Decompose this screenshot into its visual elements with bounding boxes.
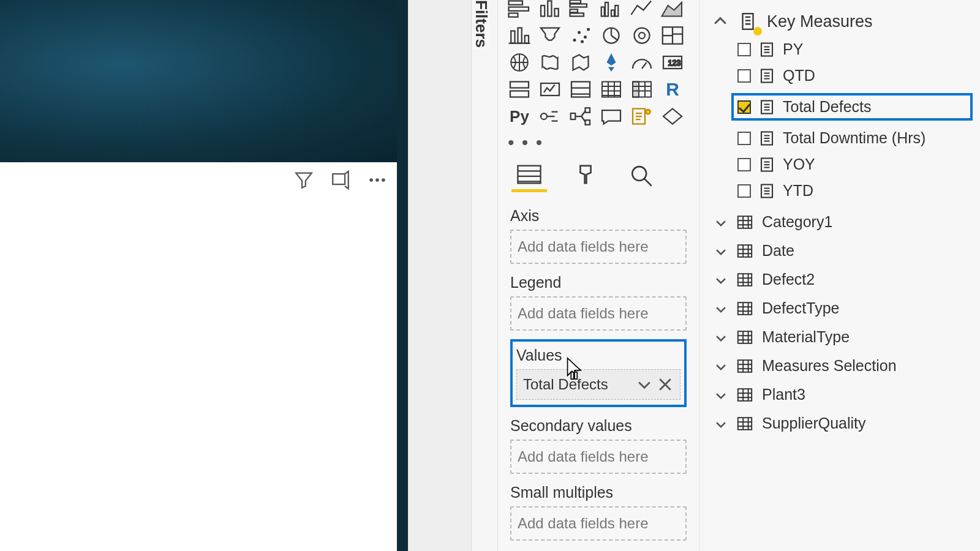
secondary-values-well-label: Secondary values [510, 417, 687, 435]
chevron-down-icon[interactable] [714, 244, 728, 258]
checkbox[interactable] [737, 132, 751, 145]
focus-mode-icon[interactable] [329, 168, 352, 192]
table-row[interactable]: Date [714, 242, 973, 260]
chevron-down-icon[interactable] [714, 388, 728, 402]
visual-placeholder[interactable] [0, 162, 397, 551]
viz-shape-map-icon[interactable] [565, 49, 596, 76]
viz-filled-map-icon[interactable] [535, 49, 565, 76]
fields-tab[interactable] [511, 159, 547, 192]
table-icon [736, 358, 753, 375]
chevron-down-icon[interactable] [714, 302, 728, 315]
table-row[interactable]: MaterialType [714, 328, 973, 346]
viz-column-icon[interactable] [504, 22, 535, 49]
chevron-down-icon[interactable] [636, 376, 653, 393]
chevron-down-icon[interactable] [714, 331, 728, 344]
measure-row-highlight[interactable]: Total Defects [731, 93, 973, 121]
measure-name: Total Downtime (Hrs) [783, 129, 925, 147]
chevron-up-icon[interactable] [712, 13, 729, 30]
svg-rect-42 [586, 108, 590, 113]
svg-point-45 [646, 110, 650, 114]
viz-table-icon[interactable] [596, 76, 627, 103]
viz-slicer-icon[interactable] [565, 76, 596, 103]
measure-row[interactable]: YTD [737, 182, 973, 200]
checkbox[interactable] [737, 43, 751, 56]
table-icon [736, 271, 753, 288]
checkbox-checked[interactable] [737, 100, 751, 114]
measure-row[interactable]: Total Downtime (Hrs) [737, 129, 973, 147]
axis-well-drop[interactable]: Add data fields here [510, 230, 687, 264]
viz-matrix-icon[interactable] [627, 76, 657, 103]
chevron-down-icon[interactable] [714, 273, 728, 287]
checkbox[interactable] [737, 184, 751, 198]
chevron-down-icon[interactable] [714, 216, 728, 229]
viz-stacked-column-icon[interactable] [535, 0, 565, 22]
measure-row[interactable]: PY [737, 40, 973, 58]
viz-python-icon[interactable]: Py [504, 103, 535, 130]
table-row[interactable]: Measures Selection [714, 357, 973, 375]
viz-qna-icon[interactable] [596, 103, 627, 130]
viz-get-more-icon[interactable] [657, 103, 688, 130]
svg-point-24 [587, 28, 590, 31]
viz-clustered-column-icon[interactable] [596, 0, 627, 22]
viz-r-icon[interactable]: R [657, 76, 688, 103]
svg-rect-37 [602, 82, 620, 97]
measure-row[interactable]: QTD [737, 67, 973, 84]
chevron-down-icon[interactable] [714, 417, 728, 430]
viz-pie-icon[interactable] [596, 22, 627, 49]
viz-gauge-icon[interactable] [627, 49, 657, 76]
viz-map-icon[interactable] [504, 49, 535, 76]
legend-well-drop[interactable]: Add data fields here [510, 296, 687, 331]
table-name: Category1 [762, 213, 832, 231]
table-row[interactable]: Defect2 [714, 271, 973, 288]
svg-rect-16 [611, 10, 614, 17]
viz-area-icon[interactable] [657, 0, 688, 22]
measure-icon [760, 157, 774, 172]
table-icon [736, 242, 753, 260]
viz-stacked-bar-icon[interactable] [504, 0, 535, 22]
viz-donut-icon[interactable] [627, 22, 657, 49]
viz-decomposition-tree-icon[interactable] [565, 103, 596, 130]
svg-rect-55 [738, 216, 752, 228]
svg-rect-17 [615, 6, 618, 17]
checkbox[interactable] [737, 69, 751, 83]
more-visuals-icon[interactable]: • • • [504, 130, 693, 156]
measure-name: PY [783, 40, 803, 58]
report-canvas[interactable] [0, 0, 472, 551]
svg-rect-10 [570, 0, 581, 3]
viz-kpi-icon[interactable] [535, 76, 565, 103]
viz-azure-map-icon[interactable] [596, 49, 627, 76]
table-row[interactable]: DefectType [714, 299, 973, 317]
viz-clustered-bar-icon[interactable] [565, 0, 596, 22]
checkbox[interactable] [737, 158, 751, 171]
close-icon[interactable] [657, 376, 674, 393]
svg-rect-12 [570, 9, 578, 12]
viz-card-icon[interactable]: 123 [657, 49, 688, 76]
table-icon [736, 329, 753, 346]
small-multiples-well-drop[interactable]: Add data fields here [510, 506, 687, 541]
table-row[interactable]: Plant3 [714, 386, 973, 403]
svg-rect-41 [571, 113, 576, 119]
viz-multirow-card-icon[interactable] [504, 76, 535, 103]
table-row[interactable]: Category1 [714, 213, 973, 231]
svg-rect-0 [333, 174, 345, 184]
viz-scatter-icon[interactable] [565, 22, 596, 49]
viz-smart-narrative-icon[interactable] [627, 103, 657, 130]
fields-folder-header[interactable]: Key Measures [712, 11, 973, 32]
format-tab[interactable] [568, 159, 603, 192]
table-row[interactable]: SupplierQuality [714, 414, 973, 432]
viz-funnel-icon[interactable] [535, 22, 565, 49]
viz-treemap-icon[interactable] [657, 22, 688, 49]
secondary-values-well-drop[interactable]: Add data fields here [510, 440, 687, 474]
svg-rect-14 [601, 7, 605, 17]
viz-key-influencers-icon[interactable] [535, 103, 565, 130]
viz-line-icon[interactable] [627, 0, 657, 22]
analytics-tab[interactable] [624, 159, 660, 192]
filters-pane-collapsed[interactable]: Filters [472, 0, 490, 49]
measure-row[interactable]: YOY [737, 156, 973, 173]
values-well-pill[interactable]: Total Defects [516, 369, 680, 400]
measure-name: YOY [783, 156, 815, 173]
chevron-down-icon[interactable] [714, 359, 728, 373]
filter-icon[interactable] [292, 168, 315, 192]
more-options-icon[interactable] [366, 168, 389, 192]
measure-name: QTD [783, 67, 815, 84]
